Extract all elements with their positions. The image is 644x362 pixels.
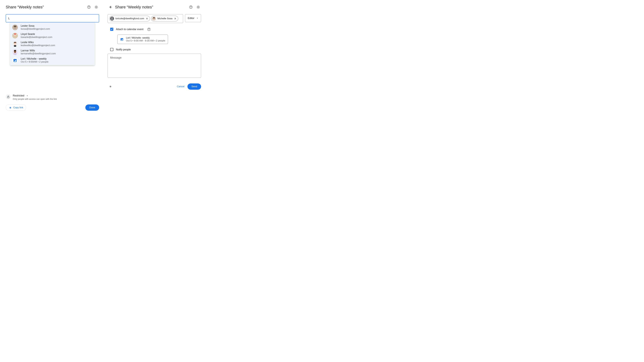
check-icon: [110, 28, 113, 30]
suggestion-detail: Oct 5 • 9:00AM • 2 people: [21, 60, 48, 63]
role-dropdown[interactable]: Editor: [185, 14, 201, 22]
dialog-header: Share “Weekly notes”: [108, 4, 201, 10]
dialog-title: Share “Weekly notes”: [115, 5, 186, 9]
suggestion-item[interactable]: Lester Sosa lsosa@dwellingproject.com: [10, 23, 95, 31]
access-dropdown[interactable]: Restricted: [13, 94, 57, 97]
link-icon: [9, 106, 12, 109]
settings-button[interactable]: [94, 4, 99, 10]
caret-down-icon: [196, 17, 198, 19]
lock-icon: [6, 94, 11, 99]
role-label: Editor: [188, 17, 194, 20]
attach-calendar-checkbox[interactable]: [110, 28, 113, 31]
suggestion-item[interactable]: Larmar Wills larmarwills@dwellingproject…: [10, 48, 95, 56]
chip-label: loricole@dwellingfund.com: [116, 17, 144, 20]
person-icon: [110, 16, 114, 20]
message-textarea[interactable]: Message: [108, 54, 201, 78]
autocomplete-dropdown: Lester Sosa lsosa@dwellingproject.com Ll…: [10, 22, 95, 65]
chip-remove-button[interactable]: [174, 17, 177, 20]
recipients-row: loricole@dwellingfund.com Michelle Sosa …: [108, 14, 201, 23]
help-button[interactable]: [86, 4, 92, 10]
attach-calendar-row: Attach to calendar event: [110, 26, 198, 32]
help-button[interactable]: [188, 4, 194, 10]
calendar-icon: [120, 37, 124, 41]
cancel-button[interactable]: Cancel: [174, 83, 188, 90]
avatar: [12, 24, 18, 30]
suggestion-email: lesliewilks@dwellingproject.com: [21, 44, 55, 47]
chip-label: Michelle Sosa: [157, 17, 172, 20]
copy-link-button[interactable]: Copy link: [6, 104, 26, 111]
calendar-event-card[interactable]: Lori / Michelle- weekly Oct 5 • 9:00 AM …: [117, 35, 168, 44]
suggestion-name: Leslie Wlks: [21, 41, 55, 44]
caret-down-icon: [26, 95, 28, 97]
suggestion-name: Lester Sosa: [21, 24, 50, 27]
avatar: [152, 16, 156, 20]
notify-people-row: Notify people: [110, 48, 198, 51]
suggestion-email: larmarwills@dwellingproject.com: [21, 52, 56, 55]
suggestion-item[interactable]: Leslie Wlks lesliewilks@dwellingproject.…: [10, 40, 95, 48]
avatar: [12, 49, 18, 55]
dialog-header: Share “Weekly notes”: [6, 4, 99, 10]
avatar: [12, 41, 18, 47]
search-wrapper: Lester Sosa lsosa@dwellingproject.com Ll…: [6, 14, 99, 22]
copy-link-icon-button[interactable]: [108, 84, 113, 89]
people-search-input[interactable]: [6, 14, 99, 22]
calendar-icon: [12, 57, 18, 63]
message-placeholder: Message: [110, 56, 122, 59]
attach-help-button[interactable]: [146, 26, 152, 32]
back-button[interactable]: [108, 4, 113, 10]
suggestion-item[interactable]: Lloyd Searle bsearle@dwellingproject.com: [10, 31, 95, 40]
suggestion-name: Lori / Michelle - weekly: [21, 57, 48, 60]
access-description: Only people with access can open with th…: [13, 98, 57, 100]
suggestion-name: Lloyd Searle: [21, 33, 52, 36]
share-dialog-suggest: Share “Weekly notes” Lester Sosa lsosa@d…: [2, 3, 104, 113]
dialog-title: Share “Weekly notes”: [6, 5, 84, 9]
suggestion-email: lsosa@dwellingproject.com: [21, 27, 50, 30]
suggestion-email: bsearle@dwellingproject.com: [21, 36, 52, 38]
recipients-input[interactable]: loricole@dwellingfund.com Michelle Sosa: [108, 14, 183, 23]
footer-actions: Copy link Done: [6, 104, 99, 111]
suggestion-name: Larmar Wills: [21, 49, 56, 52]
recipient-chip[interactable]: loricole@dwellingfund.com: [109, 16, 150, 21]
recipient-chip[interactable]: Michelle Sosa: [151, 16, 178, 21]
copy-link-label: Copy link: [13, 106, 23, 109]
access-label-text: Restricted: [13, 94, 24, 97]
event-title: Lori / Michelle- weekly: [126, 36, 165, 39]
general-access-row: Restricted Only people with access can o…: [6, 94, 99, 100]
event-detail: Oct 5 • 9:00 AM - 9:30 AM • 2 people: [126, 39, 165, 42]
notify-people-checkbox[interactable]: [110, 48, 113, 51]
settings-button[interactable]: [196, 4, 201, 10]
send-button[interactable]: Send: [188, 83, 201, 90]
notify-people-label: Notify people: [116, 48, 131, 51]
chip-remove-button[interactable]: [146, 17, 148, 20]
suggestion-item-event[interactable]: Lori / Michelle - weekly Oct 5 • 9:00AM …: [10, 56, 95, 64]
avatar: [12, 33, 18, 38]
attach-calendar-label: Attach to calendar event: [116, 28, 144, 31]
share-dialog-send: Share “Weekly notes” loricole@dwellingfu…: [104, 3, 205, 113]
footer-actions: Cancel Send: [108, 83, 201, 90]
dialog-footer-section: Restricted Only people with access can o…: [6, 94, 99, 111]
done-button[interactable]: Done: [85, 104, 99, 111]
